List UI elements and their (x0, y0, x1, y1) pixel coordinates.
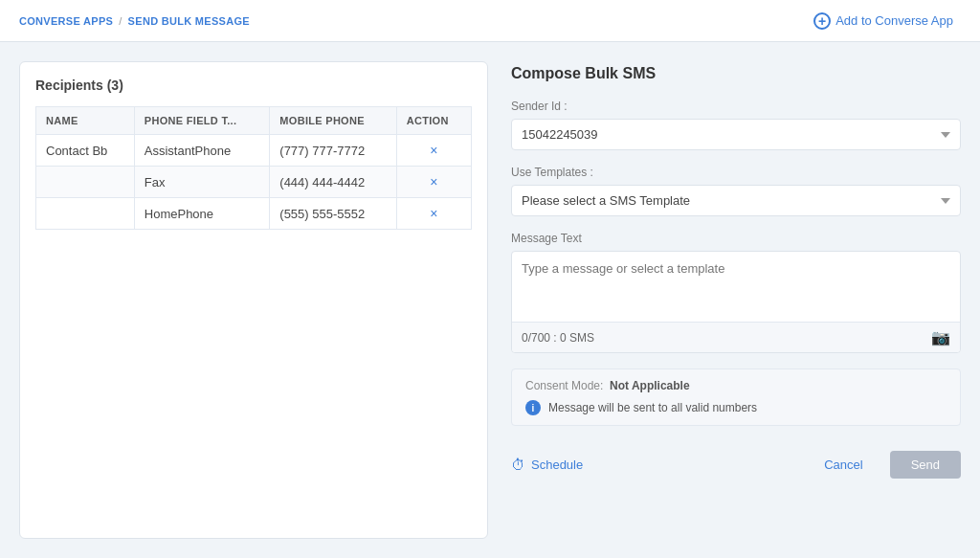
main-content: Recipients (3) NAME PHONE FIELD T... MOB… (0, 42, 980, 558)
delete-recipient-icon[interactable]: × (430, 174, 437, 190)
compose-title: Compose Bulk SMS (511, 65, 961, 82)
delete-recipient-icon[interactable]: × (430, 143, 437, 158)
consent-message-text: Message will be sent to all valid number… (548, 401, 757, 414)
header: CONVERSE APPS / SEND BULK MESSAGE + Add … (0, 0, 980, 42)
recipient-phone-field: AssistantPhone (134, 135, 270, 167)
consent-mode: Consent Mode: Not Applicable (525, 379, 947, 392)
recipient-name: Contact Bb (36, 135, 135, 167)
table-row: Contact BbAssistantPhone(777) 777-7772× (36, 135, 472, 167)
recipient-name (36, 167, 135, 198)
recipient-phone-field: Fax (134, 167, 270, 198)
recipient-mobile-phone: (444) 444-4442 (270, 167, 396, 198)
image-attach-icon[interactable]: 📷 (931, 328, 950, 346)
bottom-actions: ⏱ Schedule Cancel Send (511, 435, 961, 479)
consent-message-row: i Message will be sent to all valid numb… (525, 400, 947, 415)
sender-id-wrapper: 15042245039 (511, 119, 961, 150)
breadcrumb-page: SEND BULK MESSAGE (128, 15, 250, 27)
recipient-action: × (396, 135, 471, 167)
col-header-name: NAME (36, 107, 135, 135)
recipients-title: Recipients (3) (35, 78, 472, 93)
clock-icon: ⏱ (511, 457, 525, 473)
right-actions: Cancel Send (807, 451, 961, 479)
message-footer-bar: 0/700 : 0 SMS 📷 (512, 322, 960, 352)
char-count: 0/700 : 0 SMS (522, 331, 594, 345)
sender-id-select[interactable]: 15042245039 (511, 119, 961, 150)
use-templates-group: Use Templates : Please select a SMS Temp… (511, 166, 961, 216)
recipient-phone-field: HomePhone (134, 198, 270, 230)
info-icon: i (525, 400, 541, 415)
schedule-button[interactable]: ⏱ Schedule (511, 457, 583, 473)
message-text-group: Message Text 0/700 : 0 SMS 📷 (511, 232, 961, 353)
breadcrumb: CONVERSE APPS / SEND BULK MESSAGE (19, 15, 250, 27)
recipient-mobile-phone: (777) 777-7772 (270, 135, 396, 167)
message-textarea-wrapper: 0/700 : 0 SMS 📷 (511, 251, 961, 353)
table-row: HomePhone(555) 555-5552× (36, 198, 472, 230)
message-textarea[interactable] (512, 252, 960, 319)
use-templates-label: Use Templates : (511, 166, 961, 179)
templates-select-wrapper: Please select a SMS Template (511, 185, 961, 216)
plus-circle-icon: + (813, 12, 831, 30)
col-header-phone-field: PHONE FIELD T... (134, 107, 270, 135)
sender-id-group: Sender Id : 15042245039 (511, 100, 961, 150)
add-to-converse-app-button[interactable]: + Add to Converse App (806, 9, 961, 33)
col-header-action: ACTION (396, 107, 471, 135)
recipient-mobile-phone: (555) 555-5552 (270, 198, 396, 230)
consent-mode-value: Not Applicable (610, 379, 690, 392)
delete-recipient-icon[interactable]: × (430, 206, 437, 221)
recipient-action: × (396, 167, 471, 198)
consent-mode-label: Consent Mode: (525, 379, 603, 392)
add-to-app-label: Add to Converse App (835, 13, 953, 28)
consent-box: Consent Mode: Not Applicable i Message w… (511, 368, 961, 426)
compose-panel: Compose Bulk SMS Sender Id : 15042245039… (507, 61, 961, 539)
cancel-button[interactable]: Cancel (807, 451, 880, 479)
schedule-label: Schedule (531, 458, 583, 472)
send-button[interactable]: Send (890, 451, 961, 479)
template-select[interactable]: Please select a SMS Template (511, 185, 961, 216)
message-text-label: Message Text (511, 232, 961, 245)
recipient-name (36, 198, 135, 230)
recipient-action: × (396, 198, 471, 230)
recipients-table: NAME PHONE FIELD T... MOBILE PHONE ACTIO… (35, 106, 472, 230)
table-row: Fax(444) 444-4442× (36, 167, 472, 198)
sender-id-label: Sender Id : (511, 100, 961, 113)
breadcrumb-app[interactable]: CONVERSE APPS (19, 15, 113, 27)
breadcrumb-separator: / (119, 15, 122, 27)
col-header-mobile-phone: MOBILE PHONE (270, 107, 396, 135)
recipients-panel: Recipients (3) NAME PHONE FIELD T... MOB… (19, 61, 488, 539)
